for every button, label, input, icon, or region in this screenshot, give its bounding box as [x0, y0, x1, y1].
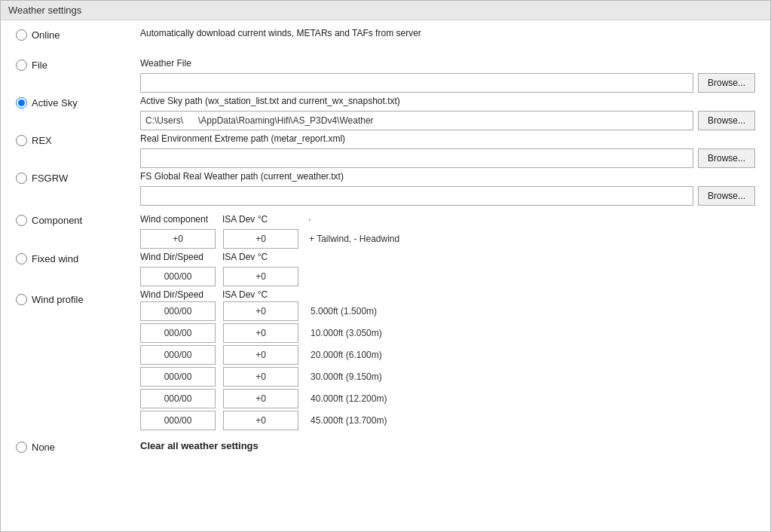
- windprofile-isa-input-1[interactable]: [223, 323, 298, 343]
- windprofile-wind-input-4[interactable]: [140, 389, 216, 408]
- component-radio-label[interactable]: Component: [16, 215, 82, 226]
- windprofile-wind-input-3[interactable]: [140, 367, 216, 387]
- fsgrw-label-area: FSGRW: [16, 171, 140, 184]
- online-radio[interactable]: [16, 29, 27, 41]
- component-dot: ·: [308, 213, 311, 225]
- rex-content: Real Environment Extreme path (metar_rep…: [140, 133, 755, 168]
- component-label: Component: [32, 215, 82, 226]
- windprofile-wind-input-1[interactable]: [140, 323, 216, 343]
- fsgrw-radio[interactable]: [16, 173, 27, 184]
- fsgrw-row: FSGRW FS Global Real Weather path (curre…: [16, 171, 755, 206]
- windprofile-col-headers: Wind Dir/Speed ISA Dev °C: [140, 289, 755, 300]
- activesky-path-label: Active Sky path (wx_station_list.txt and…: [140, 96, 755, 106]
- fixedwind-radio[interactable]: [16, 253, 27, 264]
- windprofile-content: Wind Dir/Speed ISA Dev °C 5.000ft (1.500…: [140, 289, 755, 433]
- activesky-label-area: Active Sky: [16, 96, 140, 109]
- fixedwind-inputs-row: [140, 267, 755, 286]
- fsgrw-radio-label[interactable]: FSGRW: [16, 173, 68, 184]
- windprofile-wind-input-0[interactable]: [140, 301, 216, 321]
- windprofile-altitude-1: 10.000ft (3.050m): [311, 328, 408, 338]
- rex-label: REX: [32, 135, 52, 146]
- activesky-path-input[interactable]: [140, 111, 693, 130]
- none-radio-label[interactable]: None: [16, 442, 55, 453]
- component-col-headers: Wind component ISA Dev °C ·: [140, 213, 755, 225]
- fixedwind-radio-label[interactable]: Fixed wind: [16, 253, 78, 264]
- windprofile-altitude-0: 5.000ft (1.500m): [311, 306, 408, 316]
- rex-radio[interactable]: [16, 135, 27, 146]
- fixedwind-row: Fixed wind Wind Dir/Speed ISA Dev °C: [16, 252, 755, 286]
- title-text: Weather settings: [8, 5, 81, 16]
- windprofile-row-0: 5.000ft (1.500m): [140, 301, 755, 321]
- file-row: File Weather File Browse...: [16, 58, 755, 93]
- activesky-radio-label[interactable]: Active Sky: [16, 97, 78, 109]
- windprofile-altitude-3: 30.000ft (9.150m): [311, 371, 408, 382]
- fsgrw-path-label: FS Global Real Weather path (current_wea…: [140, 171, 755, 182]
- windprofile-isa-input-3[interactable]: [223, 367, 298, 387]
- title-bar: Weather settings: [1, 1, 770, 20]
- windprofile-row-4: 40.000ft (12.200m): [140, 389, 755, 408]
- windprofile-altitude-4: 40.000ft (12.200m): [311, 393, 408, 404]
- file-path-input[interactable]: [140, 73, 693, 93]
- activesky-row: Active Sky Active Sky path (wx_station_l…: [16, 96, 755, 130]
- windprofile-radio[interactable]: [16, 294, 27, 305]
- file-label: File: [32, 60, 47, 71]
- rex-radio-label[interactable]: REX: [16, 135, 52, 146]
- fsgrw-browse-button[interactable]: Browse...: [698, 186, 755, 206]
- rex-path-label: Real Environment Extreme path (metar_rep…: [140, 133, 755, 144]
- online-radio-label[interactable]: Online: [16, 29, 60, 41]
- none-label-area: None: [16, 440, 140, 453]
- activesky-field-row: Browse...: [140, 111, 755, 130]
- fixedwind-wind-input[interactable]: [140, 267, 216, 286]
- online-description: Automatically download current winds, ME…: [140, 28, 755, 38]
- file-radio[interactable]: [16, 60, 27, 71]
- fsgrw-field-row: Browse...: [140, 186, 755, 206]
- component-label-area: Component: [16, 213, 140, 226]
- windprofile-isa-input-4[interactable]: [223, 389, 298, 408]
- windprofile-isa-input-2[interactable]: [223, 345, 298, 365]
- fixedwind-isa-input[interactable]: [223, 267, 298, 286]
- file-label-area: File: [16, 58, 140, 71]
- none-label: None: [32, 442, 55, 453]
- file-browse-button[interactable]: Browse...: [698, 73, 755, 93]
- activesky-radio[interactable]: [16, 97, 27, 109]
- fixedwind-content: Wind Dir/Speed ISA Dev °C: [140, 252, 755, 286]
- rex-path-input[interactable]: [140, 148, 693, 168]
- windprofile-label: Wind profile: [32, 294, 84, 305]
- rex-label-area: REX: [16, 133, 140, 146]
- fixedwind-col-headers: Wind Dir/Speed ISA Dev °C: [140, 252, 755, 262]
- windprofile-wind-input-5[interactable]: [140, 411, 216, 430]
- fixedwind-col1-header: Wind Dir/Speed: [140, 252, 219, 262]
- none-row: None Clear all weather settings: [16, 440, 755, 467]
- windprofile-row-3: 30.000ft (9.150m): [140, 367, 755, 387]
- fsgrw-label: FSGRW: [32, 173, 68, 184]
- component-wind-input[interactable]: [140, 229, 216, 249]
- windprofile-altitude-5: 45.000ft (13.700m): [311, 415, 408, 426]
- windprofile-wind-input-2[interactable]: [140, 345, 216, 365]
- rex-browse-button[interactable]: Browse...: [698, 148, 755, 168]
- activesky-label: Active Sky: [32, 97, 78, 109]
- weather-settings-window: Weather settings Online Automatically do…: [0, 0, 771, 532]
- windprofile-label-area: Wind profile: [16, 289, 140, 305]
- rex-row: REX Real Environment Extreme path (metar…: [16, 133, 755, 168]
- component-inputs-row: + Tailwind, - Headwind: [140, 229, 755, 249]
- content-area: Online Automatically download current wi…: [1, 20, 770, 485]
- windprofile-row-5: 45.000ft (13.700m): [140, 411, 755, 430]
- fsgrw-path-input[interactable]: [140, 186, 693, 206]
- activesky-browse-button[interactable]: Browse...: [698, 111, 755, 130]
- none-description: Clear all weather settings: [140, 440, 755, 451]
- none-radio[interactable]: [16, 442, 27, 453]
- file-field-label: Weather File: [140, 58, 755, 69]
- file-content: Weather File Browse...: [140, 58, 755, 93]
- file-radio-label[interactable]: File: [16, 60, 47, 71]
- component-content: Wind component ISA Dev °C · + Tailwind, …: [140, 213, 755, 249]
- windprofile-radio-label[interactable]: Wind profile: [16, 294, 84, 305]
- fixedwind-label: Fixed wind: [32, 253, 78, 264]
- component-radio[interactable]: [16, 215, 27, 226]
- rex-field-row: Browse...: [140, 148, 755, 168]
- component-isa-input[interactable]: [223, 229, 298, 249]
- windprofile-isa-input-5[interactable]: [223, 411, 298, 430]
- fsgrw-content: FS Global Real Weather path (current_wea…: [140, 171, 755, 206]
- windprofile-isa-input-0[interactable]: [223, 301, 298, 321]
- windprofile-row-1: 10.000ft (3.050m): [140, 323, 755, 343]
- online-label-area: Online: [16, 28, 140, 41]
